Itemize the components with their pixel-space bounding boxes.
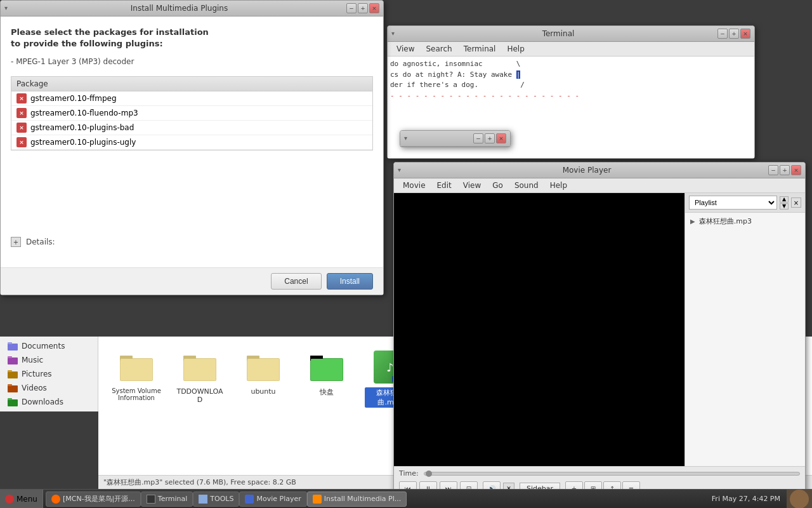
install-minimize-button[interactable]: − [346,3,357,13]
package-row-1[interactable]: × gstreamer0.10-fluendo-mp3 [11,106,372,121]
file-item-label-sysvolume: System VolumeInformation [112,387,161,401]
movie-player-titlebar: ▾ Movie Player − + × [394,163,805,178]
movie-menu-edit[interactable]: Edit [432,180,457,191]
taskbar-item-movieplayer[interactable]: Movie Player [239,491,306,507]
small-dialog-minimize[interactable]: − [473,133,483,144]
file-item-sysvolume[interactable]: System VolumeInformation [111,349,162,401]
dialog-details: + Details: [11,237,373,247]
terminal-window-controls: − + × [717,29,750,39]
terminal-maximize-button[interactable]: + [729,29,739,39]
install-dialog-title: Install Multimedia Plugins [12,4,346,13]
install-button[interactable]: Install [327,273,373,290]
movie-menu-go[interactable]: Go [487,180,508,191]
file-item-label-tddownload: TDDOWNLOAD [174,387,225,404]
movie-player-minimize[interactable]: − [768,165,778,175]
svg-rect-9 [8,398,12,400]
playlist-item[interactable]: ▶ 森林狂想曲.mp3 [685,213,805,230]
svg-rect-12 [121,359,152,380]
sidebar-item-music[interactable]: Music [0,353,98,367]
sidebar-panel: Playlist ▲ ▼ × ▶ 森林狂想曲.mp3 [684,193,805,466]
taskbar-item-terminal-label: Terminal [158,495,188,503]
sidebar-close-button[interactable]: × [791,197,801,208]
sidebar-item-music-label: Music [22,356,43,364]
package-icon-2: × [16,123,27,133]
install-dialog-heading: Please select the packages for installat… [11,27,373,50]
terminal-output: do agnostic, insomniac \ cs do at night?… [390,59,752,101]
terminal-menu-search[interactable]: Search [421,43,457,55]
file-icon-tddownload [182,349,218,385]
install-taskbar-icon [313,495,322,504]
movie-player-body: Playlist ▲ ▼ × ▶ 森林狂想曲.mp3 [394,193,805,466]
package-icon-0: × [16,93,27,104]
small-dialog-controls: − + × [473,133,506,144]
details-expand-button[interactable]: + [11,237,21,247]
terminal-grip-icon: ▾ [391,30,399,37]
sidebar-item-videos[interactable]: Videos [0,381,98,395]
movie-menu-movie[interactable]: Movie [398,180,431,191]
sidebar-header: Playlist ▲ ▼ × [685,193,805,213]
file-status-text: "森林狂想曲.mp3" selected (7.6 MB), Free spac… [103,478,296,487]
file-manager-sidebar: Documents Music Pictures Videos Download… [0,337,98,411]
install-dialog-content: Please select the packages for installat… [1,17,383,267]
file-icon-ubuntu [246,349,281,385]
terminal-taskbar-icon [147,495,155,504]
file-item-kuaipan[interactable]: 快盘 [301,349,352,397]
package-row-2[interactable]: × gstreamer0.10-plugins-bad [11,121,372,135]
video-area[interactable] [394,193,684,466]
movie-player-maximize[interactable]: + [780,165,790,175]
firefox-icon [51,495,60,504]
install-maximize-button[interactable]: + [358,3,368,13]
package-icon-3: × [16,137,27,147]
svg-rect-15 [184,359,216,380]
taskbar-item-terminal[interactable]: Terminal [141,491,193,507]
file-item-tddownload[interactable]: TDDOWNLOAD [174,349,225,404]
package-name-3: gstreamer0.10-plugins-ugly [30,138,136,147]
file-icon-sysvolume [119,349,154,385]
movie-menu-help[interactable]: Help [545,180,572,191]
taskbar-menu-button[interactable]: Menu [0,490,43,508]
sidebar-item-documents[interactable]: Documents [0,339,98,353]
terminal-menu-view[interactable]: View [391,43,419,55]
package-row-0[interactable]: × gstreamer0.10-ffmpeg [11,91,372,106]
small-dialog-close[interactable]: × [496,133,506,144]
playlist-select[interactable]: Playlist [689,196,777,210]
terminal-menu-help[interactable]: Help [502,43,529,55]
cancel-button[interactable]: Cancel [271,273,321,290]
install-heading-line1: Please select the packages for installat… [11,27,373,38]
sidebar-item-downloads[interactable]: Downloads [0,395,98,409]
install-grip-icon: ▾ [4,4,12,12]
sidebar-item-pictures[interactable]: Pictures [0,367,98,381]
small-dialog: ▾ − + × [400,130,511,147]
terminal-close-button[interactable]: × [740,29,750,39]
movie-player-title: Movie Player [405,166,768,175]
playlist-up-arrow[interactable]: ▲ [780,196,789,203]
terminal-titlebar: ▾ Terminal − + × [388,26,754,42]
movie-menu-view[interactable]: View [458,180,486,191]
movie-player-taskbar-icon [245,495,254,504]
terminal-minimize-button[interactable]: − [717,29,728,39]
install-close-button[interactable]: × [369,3,379,13]
package-name-0: gstreamer0.10-ffmpeg [30,94,117,103]
terminal-menu-terminal[interactable]: Terminal [459,43,501,55]
taskbar-item-firefox[interactable]: [MCN-我是菜鸟|开源... [46,491,141,507]
taskbar-item-tools-label: TOOLS [210,495,233,503]
package-row-3[interactable]: × gstreamer0.10-plugins-ugly [11,135,372,150]
package-column-header: Package [11,77,372,91]
taskbar-item-install[interactable]: Install Multimedia Pl... [307,491,407,507]
time-row: Time: [399,469,800,478]
file-item-ubuntu[interactable]: ubuntu [238,349,289,396]
taskbar-item-tools[interactable]: TOOLS [193,491,239,507]
seek-bar[interactable] [424,472,800,476]
file-item-label-kuaipan: 快盘 [320,387,334,397]
terminal-menubar: View Search Terminal Help [388,42,754,57]
details-label: Details: [26,237,55,246]
movie-player-close[interactable]: × [791,165,801,175]
sidebar-item-documents-label: Documents [22,342,65,351]
file-item-label-ubuntu: ubuntu [251,387,275,396]
playlist-down-arrow[interactable]: ▼ [780,203,789,210]
movie-player-grip: ▾ [398,166,405,174]
movie-menu-sound[interactable]: Sound [509,180,544,191]
folder-pics-icon [8,369,18,379]
small-dialog-maximize[interactable]: + [485,133,495,144]
svg-rect-7 [8,384,12,386]
